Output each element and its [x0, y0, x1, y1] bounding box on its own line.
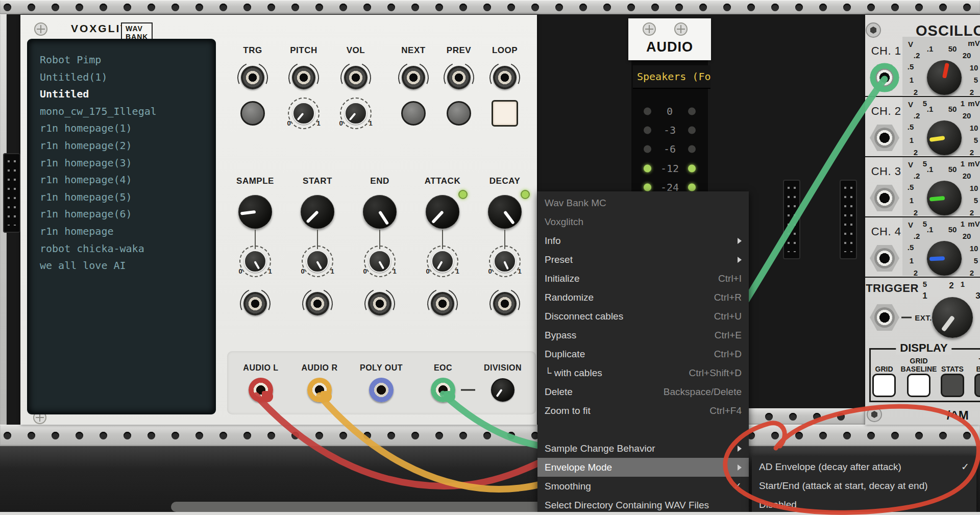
decay-attenuator-knob[interactable] [494, 250, 516, 273]
sample-knob[interactable] [238, 195, 272, 229]
loop-input-jack[interactable] [493, 66, 517, 89]
submenu-item[interactable]: AD Envelope (decay after attack)✓ [752, 457, 976, 476]
grid-baseline-toggle-button[interactable] [907, 374, 930, 397]
hex-screw-icon [866, 22, 881, 38]
sample-attenuator-knob[interactable] [244, 250, 266, 273]
end-attenuator-knob[interactable] [369, 250, 391, 273]
scale-tick-label: mV [968, 219, 979, 228]
submenu-item[interactable]: Disabled [752, 495, 976, 512]
prev-label: PREV [447, 45, 471, 56]
file-list-item[interactable]: r1n homepage(3) [40, 155, 214, 172]
rail-hole [843, 4, 851, 11]
menu-item[interactable]: DuplicateCtrl+D [537, 345, 749, 363]
submenu-item[interactable]: Start/End (attack at start, decay at end… [752, 476, 976, 495]
file-list-item[interactable]: Untitled [40, 86, 214, 103]
file-list-item[interactable]: r1n homepage(1) [40, 120, 214, 137]
start-knob[interactable] [301, 195, 334, 229]
end-cv-input-jack[interactable] [368, 292, 391, 315]
menu-item[interactable]: Zoom to fitCtrl+F4 [537, 401, 749, 420]
horizontal-scrollbar[interactable] [171, 502, 574, 512]
ch-2-scale-knob[interactable] [927, 120, 962, 155]
cable-plug-tail [444, 391, 455, 402]
file-list-item[interactable]: r1n homepage [40, 223, 214, 240]
sample-cv-input-jack[interactable] [243, 292, 267, 315]
trigger-knob[interactable] [932, 297, 973, 338]
decay-cv-input-jack[interactable] [493, 292, 517, 315]
audio-l-output-jack[interactable] [249, 378, 273, 402]
next-button[interactable] [401, 101, 426, 126]
file-list-item[interactable]: Robot Pimp [40, 52, 214, 69]
poly-out-output-jack[interactable] [369, 378, 394, 402]
audio-device-selector[interactable]: Speakers (Fo [633, 65, 710, 89]
next-input-jack[interactable] [402, 66, 425, 89]
rail-hole [219, 4, 227, 11]
scale-tick-label: .2 [914, 111, 920, 120]
division-knob[interactable] [491, 378, 514, 402]
ch-3-scale-knob[interactable] [927, 181, 962, 215]
file-list-item[interactable]: mono_cw_175_Illegal [40, 103, 214, 120]
prev-input-jack[interactable] [447, 66, 471, 89]
menu-item[interactable]: └ with cablesCtrl+Shift+D [537, 363, 749, 382]
vol-input-jack[interactable] [344, 66, 368, 89]
rail-hole [28, 4, 35, 11]
file-list-item[interactable]: we all love AI [40, 257, 214, 275]
rail-hole [172, 432, 179, 439]
knob-pointer [503, 210, 515, 225]
scale-tick-label: 1 [961, 219, 965, 228]
ch-1-scale-knob[interactable] [927, 60, 962, 95]
menu-item[interactable]: Disconnect cablesCtrl+U [537, 307, 749, 326]
menu-item[interactable]: Envelope Mode [537, 458, 749, 477]
prev-button[interactable] [447, 101, 471, 126]
rail-hole [459, 4, 467, 11]
trg-input-jack[interactable] [241, 66, 264, 89]
file-list-item[interactable]: Untitled(1) [40, 69, 214, 86]
file-list-item[interactable]: r1n homepage(4) [40, 171, 214, 189]
file-list-item[interactable]: robot chicka-waka [40, 240, 214, 258]
att-max-label: 1 [455, 267, 459, 275]
menu-item[interactable]: Select Directory Containing WAV Files [537, 496, 749, 512]
audio-module-header: AUDIO [628, 18, 711, 60]
rail-hole [219, 432, 227, 439]
attack-attenuator-knob[interactable] [431, 250, 454, 273]
start-cv-input-jack[interactable] [306, 292, 329, 315]
display-section-title: DISPLAY [896, 341, 951, 355]
rail-hole [915, 432, 923, 439]
scale-tick-label: 2 [914, 148, 918, 157]
file-list-item[interactable]: r1n homepage(5) [40, 189, 214, 206]
vol-attenuator-knob[interactable] [345, 102, 367, 125]
rail-hole [28, 432, 35, 439]
cable-plug-tail [262, 391, 273, 402]
audio-r-output-jack[interactable] [307, 378, 332, 402]
tra-base-toggle-button[interactable] [974, 374, 980, 397]
menu-item[interactable]: Sample Change Behavior [537, 439, 749, 458]
rail-hole [411, 432, 419, 439]
menu-item[interactable]: Info [537, 231, 749, 250]
pitch-input-jack[interactable] [292, 66, 315, 89]
sample-list-display[interactable]: Robot PimpUntitled(1)Untitledmono_cw_175… [27, 39, 216, 414]
rail-hole [843, 432, 851, 439]
start-attenuator-knob[interactable] [306, 250, 329, 273]
rail-hole [819, 4, 827, 11]
menu-item[interactable]: InitializeCtrl+I [537, 269, 749, 288]
menu-item[interactable]: RandomizeCtrl+R [537, 288, 749, 307]
decay-knob[interactable] [488, 195, 522, 229]
rail-hole [315, 4, 323, 11]
pitch-attenuator-knob[interactable] [292, 102, 315, 125]
menu-item[interactable]: DeleteBackspace/Delete [537, 382, 749, 401]
menu-item[interactable]: Preset [537, 250, 749, 269]
rail-hole [675, 4, 683, 11]
end-knob[interactable] [363, 195, 397, 229]
grid-toggle-button[interactable] [872, 374, 896, 397]
stats-toggle-button[interactable] [941, 374, 964, 397]
file-list-item[interactable]: r1n homepage(6) [40, 206, 214, 223]
loop-button[interactable] [492, 100, 518, 127]
file-list-item[interactable]: r1n homepage(2) [40, 137, 214, 155]
menu-item[interactable]: BypassCtrl+E [537, 326, 749, 345]
trg-button[interactable] [240, 101, 265, 126]
scale-tick-label: 2 [970, 208, 974, 217]
menu-item[interactable]: Smoothing✓ [537, 477, 749, 496]
attack-cv-input-jack[interactable] [431, 292, 454, 315]
attack-knob[interactable] [426, 195, 459, 229]
eoc-output-jack[interactable] [431, 378, 455, 402]
ch-4-scale-knob[interactable] [927, 241, 962, 276]
